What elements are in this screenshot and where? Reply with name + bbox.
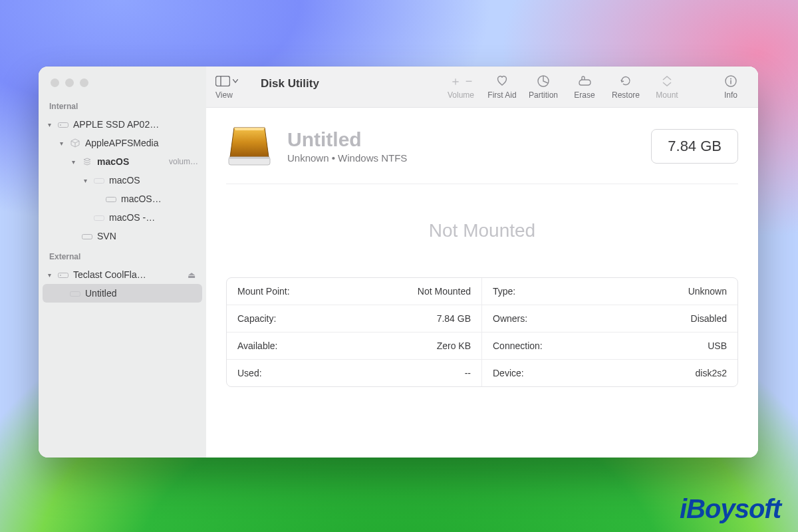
- svg-rect-5: [82, 235, 92, 239]
- svg-point-7: [60, 275, 61, 276]
- toolbar-label: Info: [724, 90, 737, 100]
- chevron-down-icon: ▾: [57, 140, 65, 147]
- mount-status: Not Mounted: [226, 184, 738, 277]
- sidebar: Internal ▾ APPLE SSD AP02… ▾ AppleAPFSMe…: [39, 66, 206, 458]
- window-controls: [39, 66, 206, 95]
- prop-owners: Owners:Disabled: [482, 305, 737, 332]
- prop-device: Device:disk2s2: [482, 360, 737, 386]
- sidebar-section-internal: Internal: [39, 95, 206, 115]
- prop-type: Type:Unknown: [482, 278, 737, 305]
- svg-rect-14: [730, 80, 732, 84]
- toolbar-label: Volume: [448, 90, 474, 100]
- plus-minus-icon: ＋−: [450, 74, 473, 88]
- sidebar-item-label: Untitled: [85, 288, 198, 299]
- sidebar-item-physical-disk[interactable]: ▾ APPLE SSD AP02…: [43, 115, 202, 134]
- watermark-logo: iBoysoft: [680, 494, 781, 524]
- svg-rect-4: [94, 216, 104, 221]
- mount-button[interactable]: Mount: [649, 74, 685, 100]
- app-title: Disk Utility: [261, 74, 319, 100]
- volume-icon: [69, 289, 81, 297]
- partition-button[interactable]: Partition: [525, 74, 561, 100]
- toolbar-label: Erase: [574, 90, 595, 100]
- prop-capacity: Capacity:7.84 GB: [227, 305, 482, 332]
- disk-utility-window: Internal ▾ APPLE SSD AP02… ▾ AppleAPFSMe…: [39, 66, 758, 458]
- svg-point-13: [730, 78, 732, 80]
- volume-icon: [93, 176, 105, 184]
- prop-used: Used:--: [227, 360, 482, 386]
- external-drive-icon: [226, 124, 273, 169]
- sidebar-item-volume-snapshot[interactable]: macOS -…: [43, 208, 202, 227]
- restore-button[interactable]: Restore: [608, 74, 644, 100]
- sidebar-item-label: macOS -…: [109, 212, 198, 223]
- disk-icon: [57, 271, 69, 279]
- volume-header: Untitled Unknown • Windows NTFS 7.84 GB: [226, 124, 738, 184]
- toolbar-label: First Aid: [487, 90, 516, 100]
- chevron-down-icon: ▾: [69, 158, 77, 166]
- minimize-button[interactable]: [65, 78, 74, 87]
- sidebar-item-label: AppleAPFSMedia: [85, 138, 198, 148]
- svg-rect-8: [70, 292, 80, 297]
- sidebar-item-label: macOS: [109, 175, 198, 186]
- svg-rect-0: [59, 123, 68, 128]
- sidebar-item-volume-svn[interactable]: SVN: [43, 227, 202, 245]
- volume-add-remove[interactable]: ＋− Volume: [443, 74, 479, 100]
- sidebar-item-sublabel: volum…: [169, 157, 198, 166]
- chevron-down-icon: ▾: [45, 271, 53, 279]
- sidebar-item-external-disk[interactable]: ▾ Teclast CoolFla… ⏏: [43, 265, 202, 284]
- svg-point-1: [60, 124, 61, 126]
- sidebar-item-untitled[interactable]: Untitled: [43, 284, 202, 303]
- volume-name: Untitled: [287, 129, 407, 150]
- sidebar-item-container[interactable]: ▾ macOS volum…: [43, 152, 202, 171]
- cube-icon: [69, 138, 81, 148]
- svg-rect-16: [229, 157, 270, 159]
- svg-rect-6: [59, 273, 68, 278]
- toolbar-label: Partition: [529, 90, 558, 100]
- zoom-button[interactable]: [80, 78, 88, 87]
- sidebar-tree-external: ▾ Teclast CoolFla… ⏏ Untitled: [39, 265, 206, 303]
- sidebar-item-apfs-media[interactable]: ▾ AppleAPFSMedia: [43, 134, 202, 152]
- volume-title-block: Untitled Unknown • Windows NTFS: [287, 129, 407, 164]
- svg-rect-2: [94, 179, 104, 184]
- toolbar-label: Restore: [612, 90, 640, 100]
- info-button[interactable]: Info: [713, 74, 749, 100]
- volume-detail: Untitled Unknown • Windows NTFS 7.84 GB …: [206, 108, 758, 399]
- eject-icon[interactable]: ⏏: [188, 270, 198, 280]
- svg-rect-9: [216, 76, 230, 86]
- sidebar-item-label: APPLE SSD AP02…: [73, 119, 198, 130]
- sidebar-toggle-icon: [215, 74, 238, 88]
- view-menu[interactable]: View: [215, 74, 254, 100]
- stack-icon: [81, 157, 93, 166]
- toolbar: View Disk Utility ＋− Volume First Aid Pa…: [206, 66, 758, 108]
- sidebar-item-volume-data[interactable]: macOS…: [43, 190, 202, 208]
- mount-icon: [661, 74, 673, 88]
- toolbar-label: Mount: [656, 90, 678, 100]
- sidebar-item-label: macOS: [97, 156, 161, 167]
- chevron-down-icon: ▾: [45, 121, 53, 128]
- first-aid-button[interactable]: First Aid: [484, 74, 520, 100]
- sidebar-item-label: macOS…: [121, 194, 198, 204]
- disk-icon: [57, 120, 69, 128]
- first-aid-icon: [495, 74, 509, 88]
- capacity-badge: 7.84 GB: [651, 129, 738, 164]
- sidebar-item-label: Teclast CoolFla…: [73, 269, 184, 280]
- volume-icon: [81, 232, 93, 240]
- info-icon: [724, 74, 737, 88]
- sidebar-item-volume-group[interactable]: ▾ macOS: [43, 171, 202, 190]
- partition-icon: [537, 74, 550, 88]
- sidebar-section-external: External: [39, 245, 206, 265]
- volume-icon: [93, 213, 105, 221]
- main-pane: View Disk Utility ＋− Volume First Aid Pa…: [206, 66, 758, 458]
- sidebar-tree-internal: ▾ APPLE SSD AP02… ▾ AppleAPFSMedia ▾ mac…: [39, 115, 206, 245]
- volume-icon: [105, 195, 117, 203]
- toolbar-label: View: [215, 90, 233, 100]
- volume-subtitle: Unknown • Windows NTFS: [287, 152, 407, 164]
- prop-available: Available:Zero KB: [227, 332, 482, 360]
- prop-mount-point: Mount Point:Not Mounted: [227, 278, 482, 305]
- prop-connection: Connection:USB: [482, 332, 737, 360]
- erase-icon: [577, 74, 592, 88]
- close-button[interactable]: [51, 78, 59, 87]
- sidebar-item-label: SVN: [97, 231, 198, 241]
- svg-rect-3: [106, 198, 116, 202]
- restore-icon: [619, 74, 632, 88]
- erase-button[interactable]: Erase: [567, 74, 602, 100]
